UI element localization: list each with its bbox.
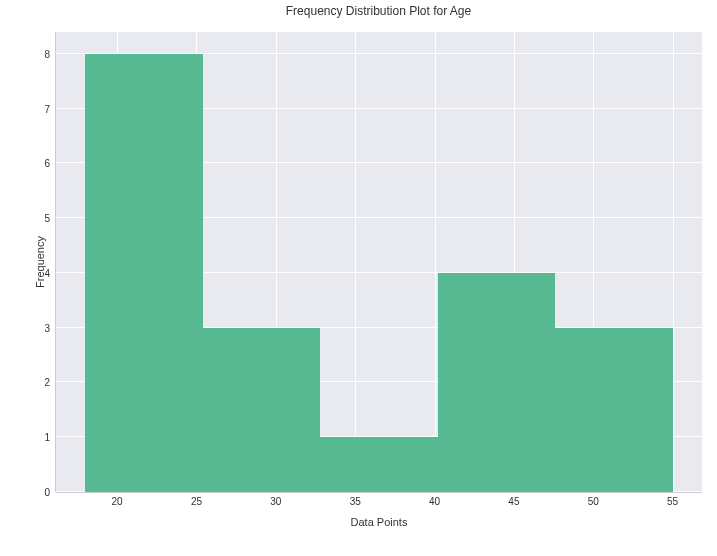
y-tick-label: 4 [44,267,50,278]
chart-container: Frequency Distribution Plot for Age Freq… [55,20,702,511]
chart-title: Frequency Distribution Plot for Age [286,4,471,18]
y-tick-label: 7 [44,103,50,114]
grid-line-vertical [355,32,356,492]
x-tick-label: 45 [508,496,519,507]
x-axis-label: Data Points [351,516,408,528]
histogram-bar [203,328,320,492]
grid-line-vertical [673,32,674,492]
grid-line-vertical [435,32,436,492]
x-tick-label: 50 [588,496,599,507]
x-tick-label: 55 [667,496,678,507]
y-tick-label: 2 [44,377,50,388]
histogram-bar [320,437,437,492]
histogram-bar [85,54,202,492]
x-axis-spine [56,492,702,493]
histogram-bar [555,328,672,492]
plot-area: Frequency Data Points 012345678202530354… [55,32,702,493]
x-tick-label: 40 [429,496,440,507]
y-tick-label: 3 [44,322,50,333]
y-tick-label: 6 [44,158,50,169]
x-tick-label: 20 [112,496,123,507]
y-axis-label: Frequency [34,236,46,288]
x-tick-label: 25 [191,496,202,507]
x-tick-label: 30 [270,496,281,507]
y-axis-spine [55,32,56,492]
y-tick-label: 0 [44,487,50,498]
y-tick-label: 1 [44,432,50,443]
histogram-bar [438,273,555,492]
y-tick-label: 5 [44,213,50,224]
x-tick-label: 35 [350,496,361,507]
y-tick-label: 8 [44,48,50,59]
